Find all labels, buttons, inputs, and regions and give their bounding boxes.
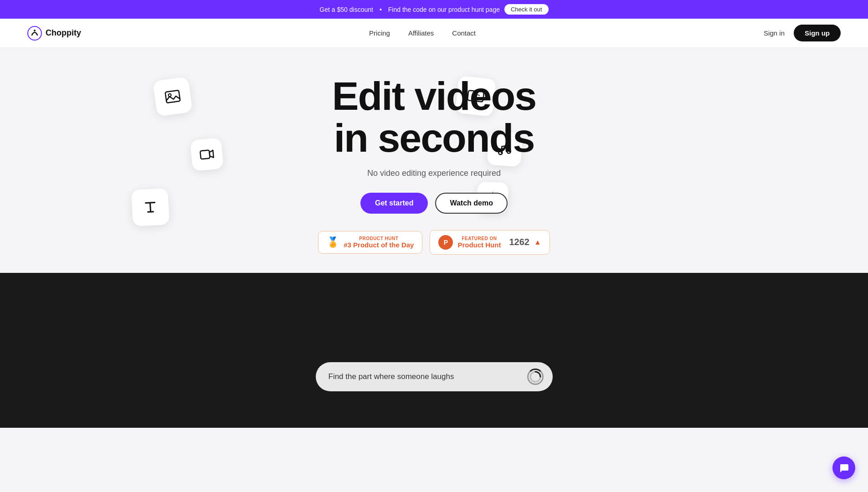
- nav-contact[interactable]: Contact: [452, 29, 476, 37]
- ph-upvote-icon: ▲: [534, 238, 541, 246]
- medal-icon: 🏅: [327, 236, 339, 248]
- navbar: Choppity Pricing Affiliates Contact Sign…: [0, 19, 868, 48]
- svg-rect-4: [200, 150, 210, 159]
- hero-content: Edit videos in seconds No video editing …: [318, 75, 550, 255]
- logo[interactable]: Choppity: [27, 26, 81, 41]
- nav-links: Pricing Affiliates Contact: [369, 29, 476, 37]
- badge1-text: PRODUCT HUNT #3 Product of the Day: [344, 236, 414, 249]
- floating-card-text: [131, 188, 169, 226]
- logo-icon: [27, 26, 42, 41]
- promo-banner: Get a $50 discount • Find the code on ou…: [0, 0, 868, 19]
- hero-buttons: Get started Watch demo: [318, 193, 550, 214]
- hero-subtitle: No video editing experience required: [318, 169, 550, 178]
- image-icon: [163, 87, 183, 107]
- chat-icon: [838, 462, 849, 473]
- check-it-out-button[interactable]: Check it out: [504, 4, 549, 15]
- text-icon: [141, 198, 160, 217]
- search-bar-demo[interactable]: Find the part where someone laughs: [316, 362, 553, 391]
- svg-point-0: [28, 26, 41, 40]
- ph-count: 1262: [509, 237, 529, 247]
- watch-demo-button[interactable]: Watch demo: [435, 193, 508, 214]
- video-icon: [199, 146, 216, 163]
- floating-card-video: [190, 138, 224, 171]
- ph-logo-icon: P: [438, 235, 453, 250]
- product-of-day-badge[interactable]: 🏅 PRODUCT HUNT #3 Product of the Day: [318, 231, 422, 254]
- bullet-separator: •: [380, 6, 382, 13]
- nav-actions: Sign in Sign up: [764, 25, 841, 41]
- floating-card-image: [153, 77, 193, 117]
- badges: 🏅 PRODUCT HUNT #3 Product of the Day P F…: [318, 230, 550, 255]
- hero-section: CC Edit videos in seconds No video editi…: [0, 48, 868, 273]
- badge2-text: FEATURED ON Product Hunt: [457, 236, 501, 249]
- sign-in-button[interactable]: Sign in: [764, 29, 785, 37]
- featured-on-ph-badge[interactable]: P FEATURED ON Product Hunt 1262 ▲: [430, 230, 550, 255]
- find-code-text: Find the code on our product hunt page: [388, 6, 500, 13]
- sign-up-button[interactable]: Sign up: [794, 25, 841, 41]
- search-bar-text: Find the part where someone laughs: [329, 372, 522, 381]
- search-spinner-icon: [527, 369, 544, 385]
- discount-text: Get a $50 discount: [319, 6, 373, 13]
- demo-section: Find the part where someone laughs: [0, 273, 868, 428]
- get-started-button[interactable]: Get started: [360, 193, 428, 214]
- chat-button[interactable]: [832, 456, 855, 479]
- svg-rect-2: [165, 90, 180, 103]
- nav-pricing[interactable]: Pricing: [369, 29, 390, 37]
- logo-text: Choppity: [46, 28, 81, 38]
- hero-title: Edit videos in seconds: [318, 75, 550, 159]
- nav-affiliates[interactable]: Affiliates: [408, 29, 434, 37]
- svg-point-1: [34, 30, 36, 31]
